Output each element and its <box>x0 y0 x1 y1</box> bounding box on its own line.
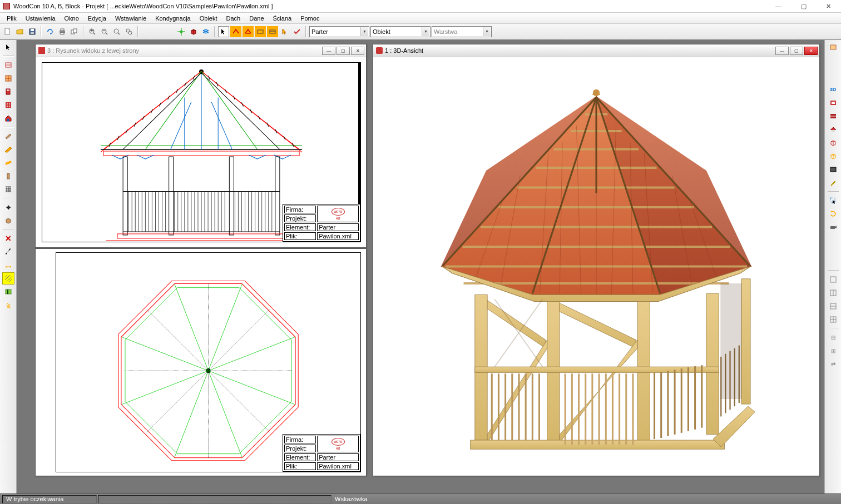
house-icon[interactable] <box>2 112 14 124</box>
view-elevation-icon[interactable] <box>827 110 839 122</box>
roof-mode-4-icon[interactable] <box>267 26 278 37</box>
print-icon[interactable] <box>57 26 68 37</box>
dropdown-arrow-icon[interactable]: ▼ <box>483 27 491 36</box>
refresh-icon[interactable] <box>827 208 839 220</box>
dropdown-arrow-icon[interactable]: ▼ <box>360 27 368 36</box>
panel-minimize-button[interactable]: — <box>775 47 789 55</box>
pen-icon[interactable] <box>827 177 839 189</box>
rafter-icon[interactable] <box>2 143 14 156</box>
view-roof-icon[interactable] <box>827 123 839 136</box>
measure-icon[interactable] <box>2 246 14 258</box>
cube-icon[interactable] <box>188 26 199 37</box>
floor-combo[interactable]: Parter ▼ <box>309 26 369 37</box>
open-file-icon[interactable] <box>14 26 26 37</box>
texture-icon[interactable] <box>2 99 14 111</box>
move-icon[interactable]: ✥ <box>2 201 14 213</box>
elevation-canvas[interactable]: Firma:WETO AG Projekt: Element:Parter Pl… <box>36 58 365 247</box>
hatch-icon[interactable] <box>2 272 14 285</box>
dropdown-arrow-icon[interactable]: ▼ <box>422 27 429 36</box>
menu-dane[interactable]: Dane <box>245 13 268 24</box>
crosshair-icon[interactable] <box>176 26 187 37</box>
panel-close-button[interactable]: ✕ <box>804 47 818 55</box>
display-mode-icon[interactable] <box>827 163 839 176</box>
menu-plik[interactable]: Plik <box>2 13 21 24</box>
titleblock-projekt-label: Projekt: <box>284 445 316 452</box>
panel-maximize-button[interactable]: ▢ <box>790 47 803 55</box>
roof-mode-3-icon[interactable] <box>255 26 266 37</box>
zoom-window-icon[interactable] <box>123 26 135 37</box>
view-wireframe-icon[interactable] <box>827 137 839 149</box>
toolbar-separator <box>3 229 14 230</box>
menu-edycja[interactable]: Edycja <box>83 13 111 24</box>
dimension-icon[interactable] <box>2 259 14 271</box>
purlin-icon[interactable] <box>2 157 14 169</box>
window-icon[interactable] <box>2 72 14 84</box>
svg-line-152 <box>122 337 209 371</box>
menu-sciana[interactable]: Ściana <box>269 13 296 24</box>
close-button[interactable]: ✕ <box>816 0 841 12</box>
svg-line-148 <box>209 371 295 405</box>
layout-3-icon[interactable] <box>827 300 839 312</box>
menu-okno[interactable]: Okno <box>60 13 83 24</box>
section-icon[interactable] <box>2 286 14 298</box>
layer-combo[interactable]: Warstwa ▼ <box>432 26 492 37</box>
view-3d-icon[interactable]: 3D <box>827 83 839 96</box>
view-plan-icon[interactable] <box>827 97 839 109</box>
svg-rect-51 <box>830 167 836 172</box>
expand-icon[interactable]: ⧎ <box>2 299 14 311</box>
select-icon[interactable] <box>218 26 229 37</box>
titleblock-element-label: Element: <box>286 454 310 461</box>
new-file-icon[interactable] <box>2 26 13 37</box>
beam-icon[interactable] <box>2 130 14 142</box>
panel-close-button[interactable]: ✕ <box>351 47 364 55</box>
object-combo[interactable]: Obiekt ▼ <box>370 26 431 37</box>
menu-dach[interactable]: Dach <box>222 13 245 24</box>
menu-wstawianie[interactable]: Wstawianie <box>111 13 151 24</box>
svg-line-147 <box>209 337 295 371</box>
post-icon[interactable] <box>2 170 14 182</box>
panel-maximize-button[interactable]: ▢ <box>337 47 350 55</box>
undo-icon[interactable] <box>44 26 56 37</box>
menu-ustawienia[interactable]: Ustawienia <box>21 13 60 24</box>
camera-icon[interactable] <box>827 221 839 233</box>
menu-obiekt[interactable]: Obiekt <box>195 13 222 24</box>
view-hidden-icon[interactable] <box>827 150 839 162</box>
maximize-button[interactable]: ▢ <box>791 0 816 12</box>
collapse-icon[interactable]: ⊟ <box>827 331 839 343</box>
panel-header[interactable]: 1 : 3D-Ansicht — ▢ ✕ <box>373 44 819 57</box>
print-preview-icon[interactable] <box>69 26 80 37</box>
grid-icon[interactable] <box>2 183 14 196</box>
layout-1-icon[interactable] <box>827 273 839 286</box>
layers-icon[interactable] <box>200 26 211 37</box>
check-icon[interactable] <box>291 26 303 37</box>
save-icon[interactable] <box>27 26 38 37</box>
layout-4-icon[interactable] <box>827 313 839 326</box>
package-icon[interactable] <box>2 214 14 227</box>
arrow-cursor-icon[interactable] <box>2 41 14 53</box>
pointer-icon[interactable] <box>279 26 290 37</box>
svg-rect-47 <box>832 102 835 104</box>
select-window-icon[interactable] <box>827 194 839 207</box>
plan-canvas[interactable]: Firma:WETO AG Projekt: Element:Parter Pl… <box>36 249 365 475</box>
panel-header[interactable]: 3 : Rysunek widoku z lewej strony — ▢ ✕ <box>36 44 366 57</box>
door-icon[interactable] <box>2 86 14 98</box>
delete-icon[interactable]: ✕ <box>2 232 14 244</box>
zoom-extents-icon[interactable] <box>111 26 122 37</box>
wall-icon[interactable] <box>2 59 14 71</box>
zoom-out-icon[interactable]: − <box>99 26 110 37</box>
3d-canvas[interactable] <box>374 58 819 475</box>
panel-minimize-button[interactable]: — <box>322 47 335 55</box>
minimize-button[interactable]: — <box>766 0 791 12</box>
window-title: WoodCon 10 A, B, Block - Projekt [ ...ec… <box>13 3 766 9</box>
roof-mode-1-icon[interactable] <box>230 26 241 37</box>
palette-icon[interactable] <box>827 41 839 53</box>
svg-rect-239 <box>720 283 742 399</box>
zoom-in-icon[interactable]: + <box>87 26 98 37</box>
menu-kondygnacja[interactable]: Kondygnacja <box>151 13 195 24</box>
roof-mode-2-icon[interactable] <box>243 26 254 37</box>
layout-2-icon[interactable] <box>827 287 839 299</box>
3d-view-panel: 1 : 3D-Ansicht — ▢ ✕ <box>373 44 820 476</box>
menu-pomoc[interactable]: Pomoc <box>296 13 324 24</box>
expand-all-icon[interactable]: ⊞ <box>827 345 839 357</box>
toggle-icon[interactable]: ⇄ <box>827 358 839 370</box>
